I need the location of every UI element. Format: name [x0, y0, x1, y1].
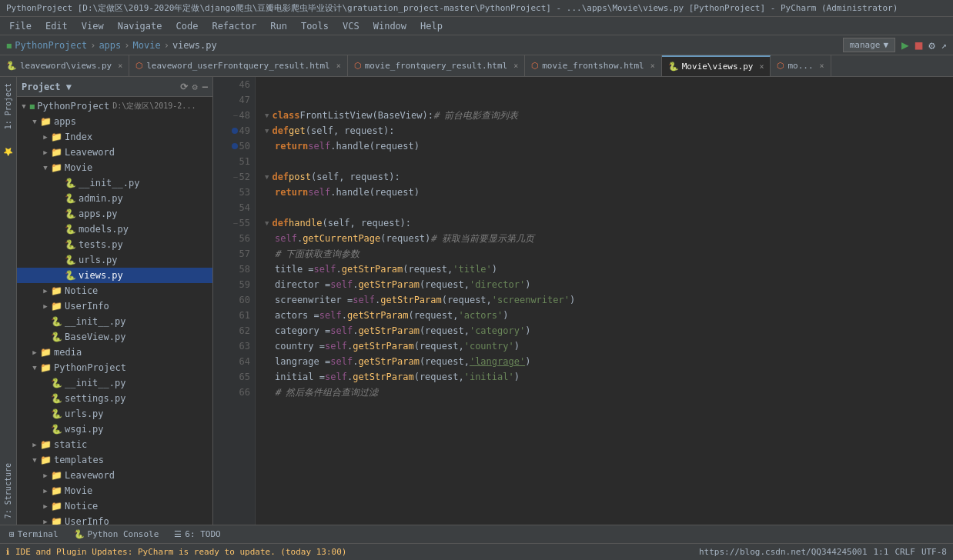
tree-item-movie[interactable]: ▼ 📁 Movie — [17, 160, 212, 175]
status-crlf[interactable]: CRLF — [894, 547, 915, 557]
breadcrumb-sep-2: › — [124, 40, 129, 51]
fold-icon-52[interactable]: ▼ — [265, 169, 269, 185]
menu-view[interactable]: View — [75, 19, 110, 33]
menu-edit[interactable]: Edit — [39, 19, 74, 33]
todo-icon: ☰ — [174, 529, 182, 539]
tree-item-static[interactable]: ▶ 📁 static — [17, 437, 212, 452]
tree-item-baseview-py[interactable]: ▶ 🐍 BaseView.py — [17, 329, 212, 345]
settings-icon[interactable]: ⚙ — [928, 39, 935, 52]
code-line-47 — [265, 92, 953, 108]
tree-item-init-py[interactable]: ▶ 🐍 __init__.py — [17, 175, 212, 191]
menu-help[interactable]: Help — [414, 19, 449, 33]
tree-item-init-py2[interactable]: ▶ 🐍 __init__.py — [17, 314, 212, 329]
tree-item-userinfo[interactable]: ▶ 📁 UserInfo — [17, 298, 212, 314]
menu-bar: File Edit View Navigate Code Refactor Ru… — [0, 17, 953, 35]
status-update-text[interactable]: IDE and Plugin Updates: PyCharm is ready… — [15, 547, 693, 557]
status-encoding[interactable]: UTF-8 — [921, 547, 947, 557]
tree-item-index[interactable]: ▶ 📁 Index — [17, 129, 212, 145]
tab-close-2[interactable]: × — [336, 62, 341, 70]
tab-leaveword-html[interactable]: ⬡ leaveword_userFrontquery_result.html × — [129, 55, 347, 76]
project-dropdown[interactable]: Project ▼ — [22, 82, 72, 92]
bottom-tabs-bar: ⊞ Terminal 🐍 Python Console ☰ 6: TODO — [0, 525, 953, 543]
tree-item-urls-py2[interactable]: ▶ 🐍 urls.py — [17, 406, 212, 422]
structure-panel-label[interactable]: 7: Structure — [2, 457, 14, 525]
tree-item-movie-tpl[interactable]: ▶ 📁 Movie — [17, 483, 212, 498]
menu-run[interactable]: Run — [264, 19, 293, 33]
menu-file[interactable]: File — [3, 19, 38, 33]
line-number-gutter: 46 47 —48 49 50 51 —52 53 54 —55 56 57 5… — [213, 77, 256, 525]
project-panel: Project ▼ ⟳ ⚙ — ▼ ◼ PythonProject D:\定做区… — [17, 77, 213, 525]
code-line-65: initial = self . getStrParam (request, '… — [265, 369, 953, 385]
tab-close-6[interactable]: × — [820, 62, 824, 70]
tab-movie-views[interactable]: 🐍 Movie\views.py × — [662, 55, 771, 76]
code-line-62: category = self . getStrParam (request, … — [265, 323, 953, 338]
tree-item-leaveword[interactable]: ▶ 📁 Leaveword — [17, 145, 212, 160]
fold-icon-55[interactable]: ▼ — [265, 215, 269, 231]
panel-sync-icon[interactable]: ⟳ — [180, 82, 188, 92]
code-line-55: ▼ def handle (self, request): — [265, 215, 953, 231]
terminal-tab[interactable]: ⊞ Terminal — [3, 528, 65, 541]
menu-vcs[interactable]: VCS — [336, 19, 366, 33]
code-line-48: ▼ class FrontListView (BaseView): # 前台电影… — [265, 108, 953, 123]
code-area[interactable]: ▼ class FrontListView (BaseView): # 前台电影… — [256, 77, 953, 525]
tree-item-views-py[interactable]: ▶ 🐍 views.py — [17, 268, 212, 283]
stop-icon[interactable]: ■ — [915, 38, 923, 52]
fold-icon-48[interactable]: ▼ — [265, 108, 269, 123]
tree-item-notice-tpl[interactable]: ▶ 📁 Notice — [17, 498, 212, 514]
python-console-icon: 🐍 — [74, 529, 85, 539]
menu-refactor[interactable]: Refactor — [206, 19, 262, 33]
tree-item-settings-py[interactable]: ▶ 🐍 settings.py — [17, 391, 212, 406]
tab-leaveword-views[interactable]: 🐍 leaveword\views.py × — [0, 55, 129, 76]
panel-hide-icon[interactable]: — — [202, 82, 208, 92]
fold-icon-49[interactable]: ▼ — [265, 123, 269, 138]
tab-close-4[interactable]: × — [650, 62, 655, 70]
tree-item-templates[interactable]: ▼ 📁 templates — [17, 452, 212, 468]
tree-item-urls-py[interactable]: ▶ 🐍 urls.py — [17, 252, 212, 268]
update-icon: ℹ — [6, 547, 9, 557]
run-icon[interactable]: ▶ — [901, 38, 909, 52]
tree-item-admin-py[interactable]: ▶ 🐍 admin.py — [17, 191, 212, 206]
tree-item-media[interactable]: ▶ 📁 media — [17, 345, 212, 360]
project-panel-label[interactable]: 1: Project — [2, 77, 14, 135]
python-console-tab[interactable]: 🐍 Python Console — [68, 528, 166, 541]
project-panel-header: Project ▼ ⟳ ⚙ — — [17, 77, 212, 97]
manage-button[interactable]: manage ▼ — [843, 38, 895, 52]
tree-item-pythonproject-sub[interactable]: ▼ 📁 PythonProject — [17, 360, 212, 375]
tree-item-init-py3[interactable]: ▶ 🐍 __init__.py — [17, 375, 212, 391]
manage-label: manage — [850, 40, 881, 50]
menu-navigate[interactable]: Navigate — [112, 19, 169, 33]
todo-tab[interactable]: ☰ 6: TODO — [168, 528, 226, 541]
panel-config-icon[interactable]: ⚙ — [192, 82, 198, 92]
menu-tools[interactable]: Tools — [295, 19, 335, 33]
tab-movie-query-html[interactable]: ⬡ movie_frontquery_result.html × — [348, 55, 525, 76]
menu-code[interactable]: Code — [170, 19, 205, 33]
breadcrumb-item-1[interactable]: PythonProject — [15, 40, 87, 51]
code-editor: 46 47 —48 49 50 51 —52 53 54 —55 56 57 5… — [213, 77, 953, 525]
breadcrumb-item-2[interactable]: apps — [99, 40, 121, 51]
code-line-49: ▼ def get (self, request): — [265, 123, 953, 138]
favorites-panel-label[interactable]: ⭐ — [2, 142, 14, 163]
code-line-56: self . getCurrentPage (request) # 获取当前要显… — [265, 231, 953, 246]
tab-movie-show-html[interactable]: ⬡ movie_frontshow.html × — [525, 55, 661, 76]
left-sidebar-strip: 1: Project ⭐ 7: Structure — [0, 77, 17, 525]
tab-close-1[interactable]: × — [118, 62, 122, 70]
breadcrumb-item-4[interactable]: views.py — [172, 40, 217, 51]
tree-item-userinfo-tpl[interactable]: ▶ 📁 UserInfo — [17, 514, 212, 525]
terminal-icon: ⊞ — [9, 529, 15, 539]
tree-item-wsgi-py[interactable]: ▶ 🐍 wsgi.py — [17, 422, 212, 437]
tab-close-3[interactable]: × — [513, 62, 518, 70]
breadcrumb-item-3[interactable]: Movie — [133, 40, 161, 51]
tree-item-tests-py[interactable]: ▶ 🐍 tests.py — [17, 237, 212, 252]
menu-window[interactable]: Window — [367, 19, 413, 33]
code-line-66: # 然后条件组合查询过滤 — [265, 385, 953, 400]
tree-item-pythonproject-root[interactable]: ▼ ◼ PythonProject D:\定做区\2019-2... — [17, 98, 212, 114]
tab-close-5[interactable]: × — [759, 62, 764, 71]
tree-item-apps[interactable]: ▼ 📁 apps — [17, 114, 212, 129]
tree-item-apps-py[interactable]: ▶ 🐍 apps.py — [17, 206, 212, 222]
tree-item-leaveword-tpl[interactable]: ▶ 📁 Leaveword — [17, 468, 212, 483]
tab-mo[interactable]: ⬡ mo... × — [771, 55, 831, 76]
todo-label: 6: TODO — [185, 529, 220, 539]
tree-item-notice[interactable]: ▶ 📁 Notice — [17, 283, 212, 298]
status-position: 1:1 — [874, 547, 889, 557]
tree-item-models-py[interactable]: ▶ 🐍 models.py — [17, 222, 212, 237]
